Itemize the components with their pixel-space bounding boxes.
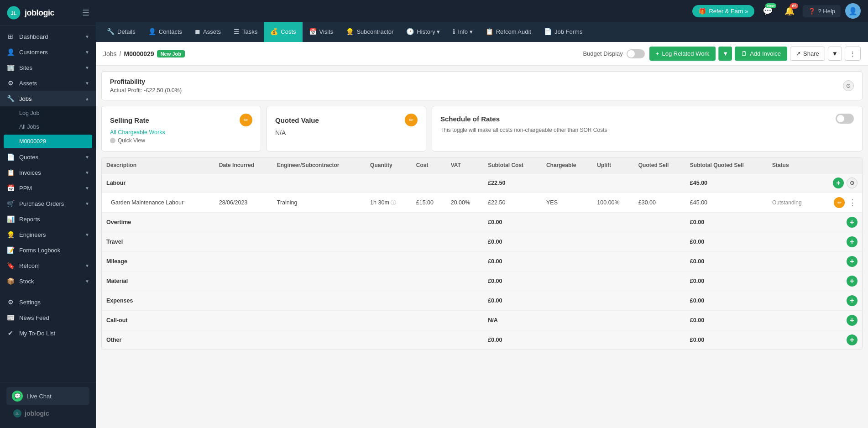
tab-costs-label: Costs	[281, 28, 296, 35]
sidebar-item-purchase-orders[interactable]: 🛒 Purchase Orders ▼	[0, 196, 96, 211]
sidebar-item-reports[interactable]: 📊 Reports	[0, 211, 96, 227]
history-tab-icon: 🕐	[406, 28, 414, 35]
table-row: Overtime £0.00 £0.00	[102, 213, 862, 232]
chevron-icon: ▼	[85, 81, 89, 86]
callout-add-button[interactable]: +	[847, 315, 858, 326]
labour-add-button[interactable]: +	[833, 177, 844, 188]
share-button[interactable]: ↗ Share	[790, 47, 825, 61]
sidebar-item-assets[interactable]: ⚙ Assets ▼	[0, 75, 96, 91]
expenses-add-button[interactable]: +	[847, 295, 858, 306]
breadcrumb-jobs[interactable]: Jobs	[103, 50, 117, 57]
mileage-add-button[interactable]: +	[847, 256, 858, 267]
tab-history[interactable]: 🕐 History ▾	[400, 22, 446, 42]
tab-visits[interactable]: 📅 Visits	[303, 22, 340, 42]
sidebar-item-jobs[interactable]: 🔧 Jobs ▲	[0, 91, 96, 106]
col-description: Description	[102, 157, 214, 173]
sidebar-item-settings[interactable]: ⚙ Settings	[0, 294, 96, 310]
hamburger-icon[interactable]: ☰	[82, 8, 89, 18]
table-row: Expenses £0.00 £0.00 +	[102, 291, 862, 311]
live-chat-button[interactable]: 💬 Live Chat	[6, 387, 89, 405]
tab-tasks[interactable]: ☰ Tasks	[227, 22, 264, 42]
other-add-button[interactable]: +	[847, 334, 858, 345]
add-invoice-button[interactable]: 🗒 Add Invoice	[735, 47, 787, 61]
col-status: Status	[768, 157, 818, 173]
sidebar-sub-item-m0000029[interactable]: M0000029	[4, 135, 92, 148]
tab-refcom-audit[interactable]: 📋 Refcom Audit	[479, 22, 538, 42]
sidebar-item-refcom[interactable]: 🔖 Refcom ▼	[0, 258, 96, 273]
sidebar-item-todo[interactable]: ✔ My To-Do List	[0, 325, 96, 341]
sidebar-item-engineers[interactable]: 👷 Engineers ▼	[0, 227, 96, 242]
tab-contacts[interactable]: 👤 Contacts	[142, 22, 188, 42]
callout-subtotal-cost: N/A	[483, 311, 542, 330]
quick-view-toggle[interactable]: Quick View	[110, 137, 252, 144]
labour-detail-quoted-sell: £30.00	[634, 193, 685, 213]
log-work-dropdown-button[interactable]: ▼	[718, 47, 732, 61]
mileage-description: Mileage	[102, 252, 214, 271]
live-chat-icon: 💬	[12, 391, 23, 402]
actual-profit-value: -£22.50 (0.0%)	[144, 87, 182, 94]
sidebar-item-label: Reports	[19, 216, 89, 223]
sidebar-item-stock[interactable]: 📦 Stock ▼	[0, 273, 96, 289]
share-dropdown-button[interactable]: ▼	[828, 47, 842, 61]
page-content: Profitability Actual Profit: -£22.50 (0.…	[96, 66, 868, 428]
refer-earn-button[interactable]: 🎁 Refer & Earn »	[692, 5, 754, 17]
help-button[interactable]: ❓ ? Help	[803, 5, 841, 17]
sidebar-sub-item-all-jobs[interactable]: All Jobs	[0, 120, 96, 134]
selling-rate-edit-button[interactable]: ✏	[240, 114, 252, 126]
tab-costs[interactable]: 💰 Costs	[264, 22, 302, 42]
chevron-icon: ▼	[85, 34, 89, 39]
labour-detail-more-button[interactable]: ⋮	[847, 198, 858, 208]
schedule-of-rates-toggle[interactable]	[836, 114, 854, 124]
sidebar-item-quotes[interactable]: 📄 Quotes ▼	[0, 149, 96, 165]
sidebar-item-dashboard[interactable]: ⊞ Dashboard ▼	[0, 29, 96, 44]
info-tab-icon: ℹ	[453, 28, 455, 35]
tab-assets[interactable]: ◼ Assets	[188, 22, 227, 42]
sidebar-item-news-feed[interactable]: 📰 News Feed	[0, 310, 96, 325]
labour-collapse-button[interactable]: ⊙	[847, 177, 858, 188]
live-chat-label: Live Chat	[26, 393, 52, 400]
profitability-collapse-button[interactable]: ⊙	[843, 80, 854, 91]
tab-subcontractor[interactable]: 👷 Subcontractor	[340, 22, 400, 42]
user-avatar-button[interactable]: 👤	[845, 3, 861, 19]
chat-button[interactable]: 💬 New	[759, 4, 776, 18]
breadcrumb-separator: /	[120, 50, 121, 57]
sidebar-item-forms-logbook[interactable]: 📝 Forms Logbook	[0, 242, 96, 258]
travel-add-button[interactable]: +	[847, 236, 858, 247]
sidebar-item-invoices[interactable]: 📋 Invoices ▼	[0, 165, 96, 180]
sidebar-bottom-logo-icon: JL	[13, 409, 22, 418]
add-invoice-label: Add Invoice	[750, 50, 781, 57]
profitability-title: Profitability	[110, 78, 182, 85]
costs-table-body: Labour £22.50 £45.00	[102, 173, 862, 350]
overtime-row-actions: +	[822, 217, 858, 228]
all-chargeable-works-link[interactable]: All Chargeable Works	[110, 129, 252, 136]
tab-info[interactable]: ℹ Info ▾	[446, 22, 479, 42]
travel-description: Travel	[102, 232, 214, 252]
sidebar-item-sites[interactable]: 🏢 Sites ▼	[0, 60, 96, 75]
outstanding-status: Outstanding	[772, 199, 802, 206]
notification-button[interactable]: 🔔 65	[781, 4, 798, 18]
quotes-icon: 📄	[6, 153, 15, 161]
overtime-add-button[interactable]: +	[847, 217, 858, 228]
tab-job-forms[interactable]: 📄 Job Forms	[538, 22, 589, 42]
tab-details[interactable]: 🔧 Details	[100, 22, 142, 42]
budget-display-toggle[interactable]	[627, 49, 645, 58]
material-add-button[interactable]: +	[847, 276, 858, 287]
chevron-icon: ▼	[85, 65, 89, 70]
labour-detail-edit-button[interactable]: ✏	[834, 197, 845, 208]
more-options-button[interactable]: ⋮	[845, 47, 861, 61]
col-actions	[818, 157, 862, 173]
engineers-icon: 👷	[6, 231, 15, 238]
quoted-value-edit-button[interactable]: ✏	[405, 114, 418, 126]
stock-icon: 📦	[6, 277, 15, 285]
log-related-work-button[interactable]: + Log Related Work	[649, 47, 716, 61]
sites-icon: 🏢	[6, 64, 15, 71]
assets-icon: ⚙	[6, 79, 15, 87]
sidebar-item-ppm[interactable]: 📅 PPM ▼	[0, 180, 96, 196]
mileage-actions: +	[818, 252, 862, 271]
quantity-info-icon[interactable]: ⓘ	[391, 199, 396, 206]
expenses-description: Expenses	[102, 291, 214, 311]
tab-details-label: Details	[117, 28, 136, 35]
sidebar-item-label: PPM	[19, 185, 80, 192]
sidebar-sub-item-log-job[interactable]: Log Job	[0, 106, 96, 120]
sidebar-item-customers[interactable]: 👤 Customers ▼	[0, 44, 96, 60]
